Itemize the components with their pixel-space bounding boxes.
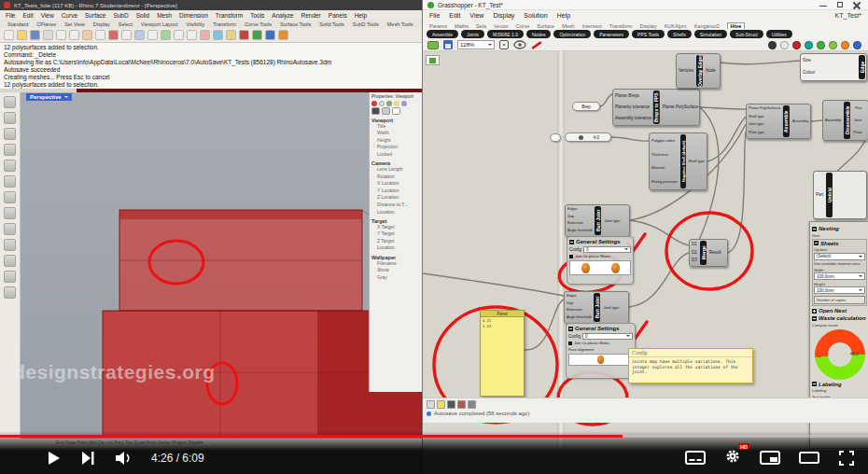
gh-menu-file[interactable]: File — [429, 12, 440, 19]
copies-field[interactable]: Number of copies — [814, 296, 865, 304]
tool-icon[interactable] — [4, 271, 16, 283]
tool-icon[interactable] — [4, 96, 16, 108]
menu-analyze[interactable]: Analyze — [272, 12, 293, 19]
cut-icon[interactable] — [56, 30, 66, 40]
rotate-view-icon[interactable] — [161, 30, 171, 40]
tool-icon[interactable] — [4, 223, 16, 235]
tool-icon[interactable] — [4, 191, 16, 203]
gh-canvas[interactable]: Brep 4.0 Planar Breps Planarity toleranc… — [423, 51, 868, 449]
material-sizes-label[interactable]: Use available material sizes — [814, 261, 865, 266]
volume-button[interactable] — [114, 451, 133, 466]
menu-transform[interactable]: Transform — [216, 12, 243, 19]
copy-icon[interactable] — [69, 30, 79, 40]
panel-widget-icon[interactable] — [427, 400, 435, 409]
prop-field[interactable]: Gray — [371, 274, 420, 282]
collapse-icon[interactable] — [814, 241, 819, 245]
tool-icon[interactable] — [4, 175, 16, 188]
prop-field[interactable]: Location — [371, 209, 420, 216]
prop-field[interactable]: Y Target — [371, 230, 420, 238]
prop-field[interactable]: Height — [371, 137, 420, 145]
compute-waste-label[interactable]: Compute waste — [812, 323, 867, 328]
joint-thumb-icon[interactable] — [611, 263, 620, 273]
tool-icon[interactable] — [4, 255, 16, 267]
joint-variant-picker[interactable] — [568, 354, 633, 366]
undo-icon[interactable] — [95, 30, 105, 40]
butt-joint-node-1[interactable]: Edges Gap Extension Angle threshold Butt… — [565, 204, 630, 237]
menu-mesh[interactable]: Mesh — [157, 12, 172, 19]
prop-field[interactable]: Z Target — [371, 238, 420, 245]
menu-help[interactable]: Help — [355, 12, 367, 19]
fullscreen-button[interactable] — [838, 450, 855, 467]
material-icon[interactable] — [265, 30, 275, 40]
tab-surface-tools[interactable]: Surface Tools — [280, 21, 311, 27]
joint-variant-picker[interactable] — [569, 260, 631, 275]
prop-field[interactable]: Z Location — [371, 194, 420, 202]
menu-render[interactable]: Render — [301, 12, 320, 19]
red-gem-icon[interactable] — [792, 41, 801, 49]
close-icon[interactable] — [853, 1, 861, 8]
tab-curve-tools[interactable]: Curve Tools — [245, 21, 272, 27]
menu-panels[interactable]: Panels — [329, 12, 347, 19]
collapse-icon[interactable] — [568, 327, 573, 331]
viewport-tab[interactable]: Perspective — [26, 93, 72, 101]
gh-document-label[interactable]: KT_Test* — [835, 12, 861, 19]
next-button[interactable] — [80, 450, 95, 467]
overlap-edges-node[interactable]: Vertices Overlap Edges Node — [676, 53, 721, 89]
gh-menu-help[interactable]: Help — [557, 12, 570, 19]
edge-display-node[interactable]: Size Colour Edge — [800, 53, 867, 81]
misc-widget-icon[interactable] — [468, 400, 476, 409]
gh-panel-node[interactable]: Panel 0. 21 1. 19 — [480, 310, 525, 397]
layer-icon[interactable] — [213, 30, 223, 40]
collapse-icon[interactable] — [812, 227, 817, 231]
prop-field[interactable]: Projection — [371, 144, 420, 151]
gh-menu-view[interactable]: View — [469, 12, 483, 19]
miniplayer-button[interactable] — [760, 451, 780, 466]
green-gem-icon[interactable] — [817, 41, 825, 49]
negative-shell-node[interactable]: Polygon sides Thickness Material Fitting… — [649, 132, 707, 190]
bird-widget-icon[interactable] — [447, 400, 455, 409]
menu-dimension[interactable]: Dimension — [179, 12, 208, 19]
category-pill[interactable]: Optimization — [553, 30, 591, 38]
gh-menu-solution[interactable]: Solution — [524, 12, 547, 19]
checkbox-icon[interactable] — [568, 342, 572, 345]
tab-viewport-layout[interactable]: Viewport Layout — [141, 21, 177, 27]
blue-sphere-icon[interactable] — [853, 41, 861, 49]
category-pill[interactable]: Joints — [461, 30, 484, 38]
collapse-icon[interactable] — [569, 240, 574, 244]
player-progress-bar[interactable] — [0, 435, 868, 438]
theater-mode-button[interactable] — [799, 452, 819, 465]
category-pill[interactable]: Nodes — [526, 30, 551, 38]
help-icon[interactable] — [401, 101, 407, 106]
config-stepper[interactable]: 0 — [583, 246, 631, 253]
options-icon[interactable] — [278, 30, 288, 40]
gh-menu-edit[interactable]: Edit — [449, 12, 460, 19]
save-icon[interactable] — [443, 40, 453, 49]
dark-sphere-icon[interactable] — [768, 41, 777, 49]
number-slider-node[interactable]: 4.0 — [565, 132, 611, 142]
save-icon[interactable] — [30, 30, 40, 40]
teal-gem-icon[interactable] — [805, 41, 813, 49]
gh-tab-active[interactable]: Hive — [727, 22, 746, 29]
tool-icon[interactable] — [4, 239, 16, 251]
menu-solid[interactable]: Solid — [136, 12, 149, 19]
prop-field[interactable]: Width — [371, 130, 420, 137]
options-dropdown[interactable]: (Select) — [814, 253, 865, 260]
merge-node[interactable]: D1 D2 D3 Merge Result — [689, 239, 728, 267]
tab-display[interactable]: Display — [93, 21, 110, 27]
category-pill[interactable]: Shells — [667, 30, 692, 38]
settings-button[interactable]: HD — [724, 448, 741, 468]
tool-icon[interactable] — [4, 160, 16, 172]
pin-icon[interactable] — [382, 107, 390, 115]
category-pill[interactable]: Sub-Struct — [730, 30, 763, 38]
prop-field[interactable]: Lens Length — [371, 166, 420, 174]
tool-icon[interactable] — [4, 144, 16, 156]
pan-icon[interactable] — [147, 30, 158, 40]
width-dropdown[interactable]: 100.0mm — [814, 272, 865, 280]
render-icon[interactable] — [239, 30, 249, 40]
new-file-icon[interactable] — [4, 30, 14, 40]
add-icon[interactable] — [386, 101, 392, 106]
tab-select[interactable]: Select — [119, 21, 133, 27]
group-icon[interactable] — [226, 30, 236, 40]
prop-field[interactable]: X Target — [371, 224, 420, 231]
tab-mesh-tools[interactable]: Mesh Tools — [387, 21, 413, 27]
